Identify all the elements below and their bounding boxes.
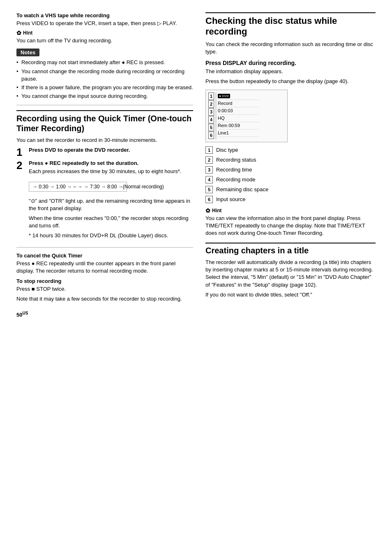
info-num-1: 1 (205, 146, 213, 154)
notes-item: You cannot change the input source durin… (16, 93, 193, 100)
info-label-6: Input source (216, 196, 246, 202)
chapters-body1: The recorder will automatically divide a… (205, 259, 376, 289)
notes-list: Recording may not start immediately afte… (16, 59, 193, 100)
diag-num-2: 2 (208, 100, 214, 108)
diagram-numbers: 1 2 3 4 5 6 (208, 93, 214, 139)
diag-num-1: 1 (208, 93, 214, 100)
info-label-4: Recording mode (216, 176, 255, 183)
step2-footnote1: "⊙" and "OTR" light up, and the remainin… (29, 197, 193, 212)
info-item-5: 5 Remaining disc space (205, 186, 376, 193)
stop-title: To stop recording (16, 278, 193, 284)
hint2-label: ✿ Hint (205, 207, 376, 214)
diag-num-5: 5 (208, 124, 214, 131)
quick-timer-title: Recording using the Quick Timer (One-tou… (16, 110, 193, 133)
right-column: Checking the disc status while recording… (205, 12, 376, 318)
hint1-body: You can turn off the TV during recording… (16, 37, 193, 44)
notes-label: Notes (16, 49, 39, 56)
chapters-body2: If you do not want to divide titles, sel… (205, 291, 376, 299)
stop-body1: Press ■ STOP twice. (16, 285, 193, 293)
quick-timer-intro: You can set the recorder to record in 30… (16, 137, 193, 144)
info-item-2: 2 Recording status (205, 156, 376, 164)
step2-footnote2: When the time counter reaches "0:00," th… (29, 215, 193, 229)
step2-asterisk: * 14 hours 30 minutes for DVD+R DL (Doub… (29, 232, 193, 239)
chapters-title: Creating chapters in a title (205, 243, 376, 255)
info-list: 1 Disc type 2 Recording status 3 Recordi… (205, 146, 376, 203)
diag-row-1: ● DVD (218, 93, 259, 100)
press-display-body1: The information display appears. (205, 68, 376, 75)
step1-content: Press DVD to operate the DVD recorder. (29, 147, 193, 158)
notes-item: Recording may not start immediately afte… (16, 59, 193, 66)
info-num-4: 4 (205, 176, 213, 183)
hint1-icon: ✿ (16, 30, 21, 36)
step1-text: Press DVD to operate the DVD recorder. (29, 147, 130, 153)
press-display-body2: Press the button repeatedly to change th… (205, 78, 376, 85)
info-label-5: Remaining disc space (216, 186, 268, 192)
info-num-3: 3 (205, 166, 213, 174)
diag-row-2: Record (218, 100, 259, 107)
info-label-1: Disc type (216, 147, 238, 153)
page-number: 50US (16, 311, 193, 318)
stop-body2: Note that it may take a few seconds for … (16, 295, 193, 303)
diag-row-5: Rem 00:59 (218, 122, 259, 130)
diagram-content: ● DVD Record 0:00:03 HQ Rem 00:59 Line1 (216, 93, 259, 139)
display-diagram: 1 2 3 4 5 6 ● DVD Record 0:00:03 HQ Rem … (205, 90, 288, 142)
notes-item: If there is a power failure, the program… (16, 84, 193, 91)
checking-intro: You can check the recording information … (205, 41, 376, 56)
diag-num-4: 4 (208, 116, 214, 123)
info-label-2: Recording status (216, 157, 256, 163)
step2-body: Each press increases the time by 30 minu… (29, 168, 193, 175)
page-layout: To watch a VHS tape while recording Pres… (16, 12, 376, 318)
normal-label: (Normal recording) (123, 184, 164, 190)
hint1-label: ✿ Hint (16, 30, 193, 36)
step2-num: 2 (16, 160, 25, 242)
vhs-body: Press VIDEO to operate the VCR, insert a… (16, 20, 193, 27)
info-num-6: 6 (205, 196, 213, 203)
info-item-3: 3 Recording time (205, 166, 376, 174)
info-num-2: 2 (205, 156, 213, 164)
divider2 (16, 247, 193, 248)
step2: 2 Press ● REC repeatedly to set the dura… (16, 160, 193, 242)
cancel-body: Press ● REC repeatedly until the counter… (16, 260, 193, 275)
step1-num: 1 (16, 147, 25, 158)
hint2-icon: ✿ (205, 207, 210, 214)
hint2-block: ✿ Hint You can view the information also… (205, 207, 376, 237)
info-item-4: 4 Recording mode (205, 176, 376, 183)
dvd-badge: ● DVD (218, 94, 230, 98)
step1: 1 Press DVD to operate the DVD recorder. (16, 147, 193, 158)
info-label-3: Recording time (216, 167, 252, 173)
notes-item: You cannot change the recording mode dur… (16, 68, 193, 83)
diag-row-4: HQ (218, 115, 259, 122)
diag-num-3: 3 (208, 108, 214, 116)
hint2-body: You can view the information also in the… (205, 215, 376, 237)
divider1 (16, 105, 193, 105)
diag-row-3: 0:00:03 (218, 107, 259, 115)
notes-section: Notes Recording may not start immediatel… (16, 49, 193, 100)
step2-title: Press ● REC repeatedly to set the durati… (29, 160, 138, 166)
info-item-1: 1 Disc type (205, 146, 376, 154)
cancel-title: To cancel the Quick Timer (16, 253, 193, 259)
diag-num-6: 6 (208, 132, 214, 139)
checking-title: Checking the disc status while recording (205, 12, 376, 37)
sequence-text: → 0:30 → 1:00 → – → → 7:30 → 8:00 → (32, 184, 123, 190)
vhs-title: To watch a VHS tape while recording (16, 12, 193, 19)
diagram-inner: 1 2 3 4 5 6 ● DVD Record 0:00:03 HQ Rem … (208, 93, 285, 139)
step2-content: Press ● REC repeatedly to set the durati… (29, 160, 193, 242)
info-item-6: 6 Input source (205, 196, 376, 203)
hint1-block: ✿ Hint You can turn off the TV during re… (16, 30, 193, 44)
sequence-box: → 0:30 → 1:00 → – → → 7:30 → 8:00 → (29, 182, 127, 192)
press-display-title: Press DISPLAY during recording. (205, 60, 376, 66)
info-num-5: 5 (205, 186, 213, 193)
diag-row-6: Line1 (218, 130, 259, 137)
left-column: To watch a VHS tape while recording Pres… (16, 12, 193, 318)
